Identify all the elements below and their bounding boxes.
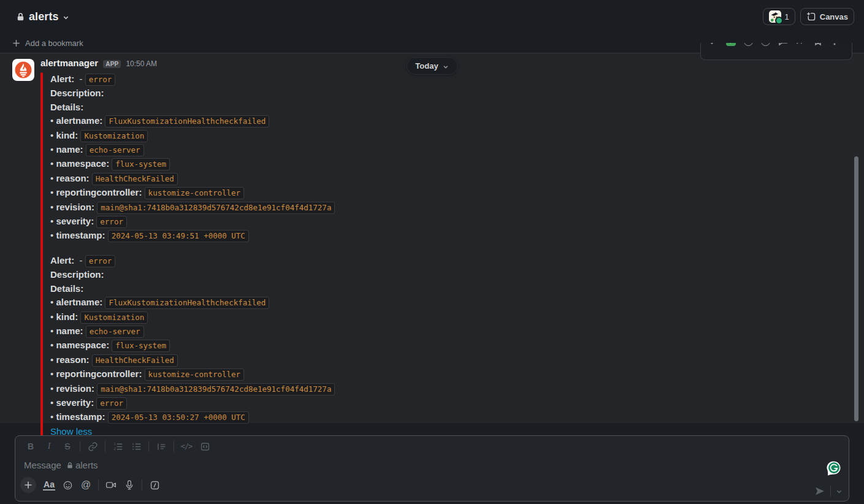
alert-label: Alert: [50,74,74,84]
description-label: Description: [50,268,335,281]
field-line: • alertname: FluxKustomizationHealthchec… [50,296,335,310]
plus-icon [12,39,20,47]
date-pill[interactable]: Today [406,57,457,75]
bullet: • [50,187,56,197]
strikethrough-icon[interactable]: S [58,438,77,454]
code-chip: FluxKustomizationHealthcheckfailed [105,297,269,309]
presence-dot [775,17,783,25]
field-line: • kind: Kustomization [50,129,335,143]
blockquote-icon[interactable] [152,438,170,454]
video-clip-button[interactable] [102,476,120,494]
channel-members-button[interactable]: 1 [763,8,795,25]
code-icon[interactable]: </> [177,438,196,454]
message-actions-toolbar [700,43,852,60]
attachment: Alert: - errorDescription:Details:• aler… [40,72,852,438]
audio-clip-button[interactable] [120,476,139,494]
link-icon[interactable] [83,438,102,454]
code-chip: 2024-05-13 03:50:27 +0000 UTC [108,411,249,424]
field-label: namespace: [56,158,109,169]
bulleted-list-icon[interactable] [127,438,145,454]
field-label: timestamp: [56,411,105,422]
field-label: timestamp: [56,230,105,240]
emoji-reaction-icon[interactable] [744,43,753,46]
send-button[interactable] [814,486,825,497]
divider [148,441,149,452]
code-chip: main@sha1:7418b0a312839d576742cd8e1e91cf… [97,383,335,395]
field-line: • alertname: FluxKustomizationHealthchec… [50,114,335,128]
divider [80,441,80,452]
scrollbar-thumb[interactable] [854,156,858,421]
chevron-down-icon [63,14,69,21]
italic-icon[interactable]: I [40,438,58,454]
code-chip: error [96,216,127,228]
check-reaction-icon[interactable] [708,43,718,46]
bullet: • [50,115,56,126]
composer-actions: Aa @ [15,473,849,497]
field-line: • namespace: flux-system [50,338,335,353]
date-pill-label: Today [415,61,438,71]
slash-commands-button[interactable] [145,476,164,494]
code-chip: main@sha1:7418b0a312839d576742cd8e1e91cf… [97,202,335,214]
alertmanager-avatar[interactable] [12,59,34,81]
field-line: • revision: main@sha1:7418b0a312839d5767… [50,200,335,215]
attach-plus-button[interactable] [20,477,36,493]
mention-button[interactable]: @ [77,476,95,494]
description-label: Description: [50,86,335,100]
bullet: • [50,202,56,212]
channel-title-button[interactable]: alerts [12,8,73,26]
more-actions-icon[interactable] [830,43,839,46]
code-block-icon[interactable] [196,438,214,454]
add-reaction-icon[interactable] [761,43,770,46]
field-label: reason: [56,173,89,183]
text-format-button[interactable]: Aa [40,476,58,494]
add-bookmark-label: Add a bookmark [25,39,83,48]
bullet: • [50,216,56,226]
bookmark-icon[interactable] [814,43,822,46]
input-placeholder-channel: alerts [75,460,98,470]
field-label: name: [56,144,83,155]
field-line: • namespace: flux-system [50,157,335,171]
add-bookmark-button[interactable]: Add a bookmark [12,39,83,48]
emoji-button[interactable] [58,476,77,494]
divider [105,441,105,452]
field-label: revision: [56,383,94,394]
share-icon[interactable] [796,43,806,46]
send-options-chevron-icon[interactable] [836,488,843,495]
field-label: namespace: [56,340,109,350]
divider [142,479,142,491]
bullet: • [50,173,56,183]
reply-thread-icon[interactable] [778,43,788,46]
message-sender[interactable]: alertmanager [40,58,98,68]
details-label: Details: [50,101,335,114]
field-label: reason: [56,354,89,365]
field-label: name: [56,326,83,336]
field-line: • severity: error [50,215,335,229]
bullet: • [50,230,56,240]
code-chip: FluxKustomizationHealthcheckfailed [105,115,269,128]
canvas-button[interactable]: Canvas [800,8,854,25]
divider [174,441,174,452]
channel-header: alerts 1 [0,0,864,33]
message: alertmanager APP 10:50 AM Alert: - error… [0,53,864,423]
code-chip: Kustomization [80,311,148,324]
app-badge: APP [103,60,121,68]
field-line: • name: echo-server [50,324,335,338]
white-check-mark-emoji[interactable] [726,43,736,46]
field-label: kind: [56,130,78,140]
message-timestamp[interactable]: 10:50 AM [126,59,157,68]
alert-block: Alert: - errorDescription:Details:• aler… [50,254,335,425]
field-label: kind: [56,311,78,322]
message-input[interactable]: Message alerts [15,457,849,473]
grammarly-icon[interactable] [827,460,841,476]
svg-text:2: 2 [113,447,115,451]
bullet: • [50,297,56,307]
code-chip: 2024-05-13 03:49:51 +0000 UTC [108,230,249,242]
message-composer[interactable]: B I S 12 </> Message alerts [15,435,849,502]
field-label: alertname: [56,115,102,126]
divider [830,486,831,497]
alert-line: Alert: - error [50,72,335,86]
bold-icon[interactable]: B [21,438,40,454]
bullet: • [50,411,56,422]
ordered-list-icon[interactable]: 12 [109,438,127,454]
code-chip: error [85,255,116,267]
